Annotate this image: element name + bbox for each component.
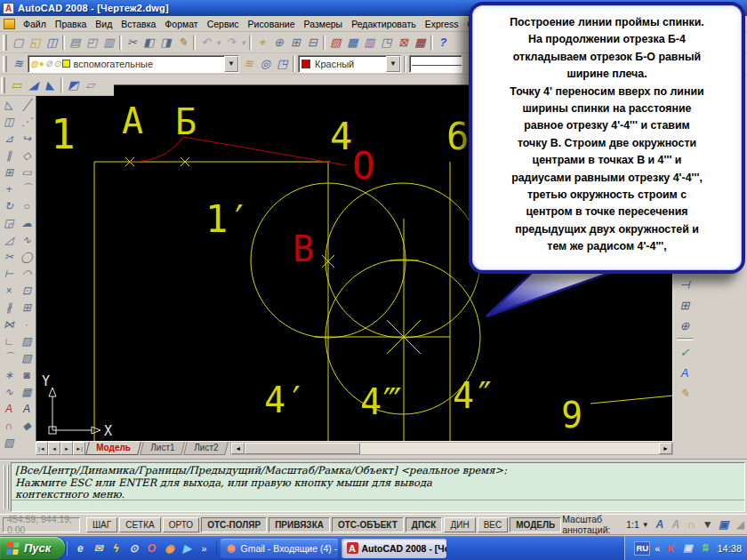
mirror-icon[interactable]: ⊿ [1,130,18,147]
stretch-icon[interactable]: ◿ [1,231,18,248]
ie-icon[interactable]: e [73,541,87,556]
gradient-icon[interactable]: ▧ [19,349,36,366]
cut-icon[interactable]: ✂ [124,34,141,52]
join-icon[interactable]: ⋈ [1,316,18,332]
tab-nav-first[interactable]: |◄ [36,442,48,455]
point-icon[interactable]: · [19,316,36,332]
make-object-layer-current-icon[interactable]: ≋ [240,55,257,73]
rectangle-icon[interactable]: ▭ [19,164,36,180]
taskbar-button-gmail[interactable]: ◉ Gmail - Входящие (4) - ... [221,539,338,558]
tray-chevron-icon[interactable]: « [655,543,660,554]
undo-icon[interactable]: ↶ [197,34,214,52]
search-icon[interactable]: ⊙ [126,541,141,556]
array-icon[interactable]: ⊞ [1,164,18,180]
kaspersky-icon[interactable]: K [664,542,677,555]
annotation-visibility-icon[interactable]: A [652,517,668,532]
layer-properties-manager-icon[interactable]: ≋ [10,55,27,73]
layer-dropdown-arrow[interactable]: ▼ [224,56,238,72]
trim-icon[interactable]: ✂ [1,248,18,265]
tolerance-icon[interactable]: ⊞ [675,295,695,316]
horizontal-scrollbar[interactable]: ◄ ► [230,442,673,455]
spline-icon[interactable]: ∿ [19,231,36,248]
tab-nav-last[interactable]: ►| [73,442,85,455]
mail-icon[interactable]: ✉ [91,541,105,556]
hatch-icon[interactable]: ▨ [19,332,36,349]
toggle-ortho[interactable]: ОРТО [163,517,199,532]
workspace-icon-1[interactable]: ◢ [25,76,42,94]
revcloud-icon[interactable]: ☁ [19,214,36,231]
updown-arrows-icon[interactable]: ⇅ [698,542,711,555]
opera-icon[interactable]: O [144,541,158,556]
region-icon[interactable]: ◙ [19,366,36,383]
edit-polyline-icon[interactable]: ∿ [1,383,18,400]
zoom-realtime-icon[interactable]: ⊕ [270,34,287,52]
polyline-icon[interactable]: ↪ [19,130,36,147]
tab-layout2[interactable]: Лист2 [183,442,229,455]
fillet-icon[interactable]: ⌒ [1,349,18,366]
network-icon[interactable]: ▣ [681,542,694,555]
media-player-icon[interactable]: ▶ [180,541,194,556]
circle-icon[interactable]: ○ [19,197,36,214]
resize-grip[interactable]: ◢ [736,518,744,531]
quick-launch-overflow[interactable]: » [197,543,210,554]
command-text-area[interactable]: [Все/Центр/Динамика/Границы/Предыдущий/М… [11,462,745,512]
construction-line-icon[interactable]: ⋰ [19,113,36,130]
plot-icon[interactable]: ▤ [67,34,84,52]
taskbar-button-autocad[interactable]: A AutoCAD 2008 - [Чер... [341,539,446,558]
toolbar-grip[interactable] [3,35,7,51]
toggle-dyn[interactable]: ДИН [444,517,475,532]
save-icon[interactable]: ◫ [44,34,60,52]
menu-item[interactable]: Редактировать [347,17,421,31]
toggle-lwt[interactable]: ВЕС [478,517,509,532]
scroll-right-button[interactable]: ► [659,443,672,454]
break-icon[interactable]: ∦ [1,299,18,316]
coordinates-display[interactable]: 454.59, 944.19, 0.00 [3,517,80,532]
annotation-scale-dropdown-icon[interactable]: ▼ [642,521,649,529]
lock-dropdown-icon[interactable]: ▼ [700,517,716,532]
workspace-icon-2[interactable]: ◣ [42,76,59,94]
linetype-dropdown[interactable]: ——————— [409,55,462,73]
sheet-icon[interactable]: ▱ [82,76,99,94]
rotate-icon[interactable]: ↻ [1,197,18,214]
markup-set-manager-icon[interactable]: ⊠ [395,34,412,52]
arc-icon[interactable]: ⌒ [19,180,36,197]
chamfer-icon[interactable]: ∟ [1,332,18,349]
menu-item[interactable]: Express [421,17,463,31]
designcenter-icon[interactable]: ▦ [344,34,361,52]
explode-icon[interactable]: ∗ [1,366,18,383]
sheet-set-manager-icon[interactable]: ◳ [378,34,395,52]
paste-icon[interactable]: ◨ [157,34,174,52]
menu-item[interactable]: Рисование [244,17,300,31]
dim-text-edit-icon[interactable]: A [675,363,695,383]
start-button[interactable]: Пуск [0,537,65,559]
line-icon[interactable]: ╱ [19,96,36,113]
scale-icon[interactable]: ◲ [1,214,18,231]
dim-break-icon[interactable]: ⊣ [675,275,695,295]
match-properties-icon[interactable]: ✎ [174,34,191,52]
layer-dropdown[interactable]: ◍●⊘⊙ вспомогательные ▼ [28,55,239,73]
toggle-grid[interactable]: СЕТКА [119,517,161,532]
group-icon[interactable]: ◆ [19,417,36,434]
menu-item[interactable]: Вставка [116,17,160,31]
annotation-lock-icon[interactable]: ∩ [684,517,700,532]
spell-check-icon[interactable]: A [1,400,18,417]
scroll-left-button[interactable]: ◄ [231,443,245,454]
plot-preview-icon[interactable]: ◰ [84,34,100,52]
dim-update-icon[interactable]: ✎ [675,383,695,404]
table-icon[interactable]: ▦ [19,383,36,400]
properties-icon[interactable]: ▧ [327,34,344,52]
dim-edit-icon[interactable]: ✓ [675,342,695,363]
open-file-icon[interactable]: ◱ [27,34,44,52]
plot-style-icon[interactable]: ◩ [65,76,82,94]
extend-icon[interactable]: ⊢ [1,265,18,282]
menu-item[interactable]: Вид [91,17,116,31]
copy-icon[interactable]: ◧ [141,34,157,52]
toggle-ducs[interactable]: ДПСК [406,517,443,532]
menu-item[interactable]: Формат [160,17,202,31]
toggle-polar[interactable]: ОТС-ПОЛЯР [201,517,267,532]
scrollbar-thumb[interactable] [245,443,360,454]
make-block-icon[interactable]: ⊞ [19,299,36,316]
tool-palettes-icon[interactable]: ▥ [361,34,378,52]
color-dropdown[interactable]: Красный ▼ [298,55,401,73]
publish-icon[interactable]: ▥ [100,34,117,52]
